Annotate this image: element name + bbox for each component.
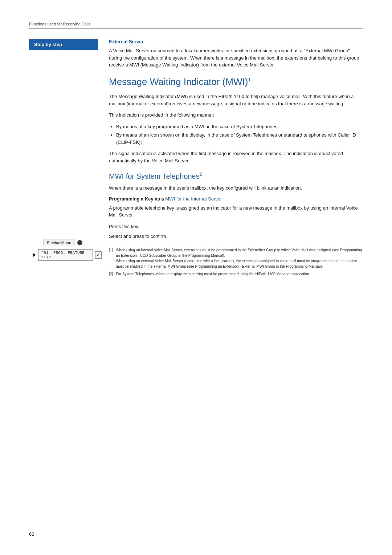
content-layout: Step by step Service Menu *91= PROG. FEA… bbox=[29, 39, 363, 279]
footnote-1-number: [1] bbox=[109, 247, 113, 269]
mwi-signal-text: The signal indication is activated when … bbox=[109, 150, 363, 164]
service-menu-row: Service Menu bbox=[36, 239, 82, 246]
footnote-2: [2] For System Telephones without a disp… bbox=[109, 271, 363, 277]
mwi-system-heading-text: MWI for System Telephones bbox=[109, 172, 200, 180]
mwi-intro: The Message Waiting Indicator (MWI) is u… bbox=[109, 93, 363, 107]
triangle-right-icon bbox=[33, 253, 36, 257]
sidebar-content: Service Menu *91= PROG. FEATURE KEY? ✓ bbox=[29, 239, 102, 261]
programming-heading: Programming a Key as a MWI for the Inter… bbox=[109, 196, 363, 202]
mwi-indication-intro: This indication is provided in the follo… bbox=[109, 112, 363, 119]
footnote-2-text: For System Telephones without a display … bbox=[116, 271, 310, 277]
mwi-heading-text: Message Waiting Indicator (MWI) bbox=[109, 76, 248, 87]
page-container: Functions used for Receiving Calls Step … bbox=[0, 0, 392, 555]
main-content: External Server A Voice Mail Server outs… bbox=[102, 39, 363, 279]
footnote-1-text: When using an internal Voice Mail Server… bbox=[116, 247, 363, 269]
step-by-step-box: Step by step bbox=[29, 39, 98, 50]
external-server-body: A Voice Mail Server outsourced to a loca… bbox=[109, 47, 363, 69]
footnote-2-number: [2] bbox=[109, 271, 113, 277]
mwi-heading: Message Waiting Indicator (MWI)1 bbox=[109, 76, 363, 88]
sidebar: Step by step Service Menu *91= PROG. FEA… bbox=[29, 39, 102, 279]
press-key-text: Press this key. bbox=[109, 223, 363, 231]
functions-label: Functions used for Receiving Calls bbox=[29, 22, 363, 29]
programming-body: A programmable telephone key is assigned… bbox=[109, 204, 363, 219]
mwi-system-heading: MWI for System Telephones2 bbox=[109, 171, 363, 181]
circle-dark-icon bbox=[77, 240, 82, 245]
mwi-system-superscript: 2 bbox=[200, 172, 202, 177]
mwi-superscript: 1 bbox=[248, 77, 251, 82]
footnote-1: [1] When using an internal Voice Mail Se… bbox=[109, 247, 363, 269]
header-section: Functions used for Receiving Calls bbox=[29, 22, 363, 32]
external-server-heading: External Server bbox=[109, 39, 363, 44]
checkmark-box: ✓ bbox=[95, 251, 102, 259]
footnotes-section: [1] When using an internal Voice Mail Se… bbox=[109, 247, 363, 277]
mwi-bullets: By means of a key programmed as a MWI, i… bbox=[116, 123, 363, 146]
bullet-item-2: By means of an icon shown on the display… bbox=[116, 131, 363, 146]
mwi-system-body: When there is a message in the user's ma… bbox=[109, 185, 363, 192]
prog-key-row: *91= PROG. FEATURE KEY? ✓ bbox=[33, 249, 102, 261]
page-number: 62 bbox=[29, 531, 34, 537]
programming-heading-blue: MWI for the Internal Server bbox=[165, 196, 222, 202]
select-confirm-text: Select and press to confirm. bbox=[109, 233, 363, 240]
prog-key-box: *91= PROG. FEATURE KEY? bbox=[38, 249, 93, 261]
bullet-item-1: By means of a key programmed as a MWI, i… bbox=[116, 123, 363, 130]
service-menu-box: Service Menu bbox=[44, 239, 74, 246]
programming-heading-bold: Programming a Key as a bbox=[109, 196, 164, 202]
